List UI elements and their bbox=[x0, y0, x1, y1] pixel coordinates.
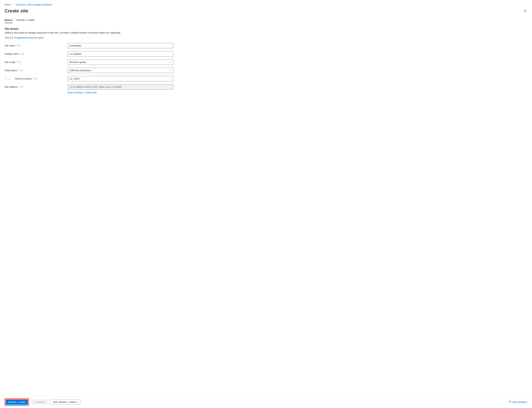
breadcrumb: Home Azure Arc | Site manager (preview) bbox=[5, 3, 527, 6]
site-address-field[interactable]: 13 W Jefferson Blvd St 200, Playa Vista,… bbox=[68, 84, 173, 90]
required-indicator: * bbox=[18, 85, 19, 88]
site-address-label: Site address bbox=[5, 85, 17, 88]
feedback-icon bbox=[508, 400, 511, 404]
required-indicator: * bbox=[18, 69, 19, 72]
previous-button: < Previous bbox=[31, 400, 48, 405]
info-icon[interactable] bbox=[18, 44, 20, 47]
highlight-box: Review + create bbox=[5, 399, 29, 406]
svg-point-11 bbox=[21, 86, 22, 87]
site-address-value: 13 W Jefferson Blvd St 200, Playa Vista,… bbox=[69, 85, 122, 88]
resource-group-value: LA_10001 bbox=[69, 77, 80, 80]
create-new-link[interactable]: Create new bbox=[85, 91, 97, 94]
site-scope-label: Site scope bbox=[5, 61, 15, 63]
required-indicator: * bbox=[16, 44, 17, 47]
chevron-down-icon bbox=[169, 69, 172, 72]
required-indicator: * bbox=[33, 77, 34, 80]
display-name-label: Display name bbox=[5, 52, 19, 55]
give-feedback-label: Give feedback bbox=[513, 401, 528, 403]
info-icon[interactable] bbox=[35, 77, 37, 80]
supported-resources-link[interactable]: View list of supported resources types bbox=[5, 36, 44, 39]
tab-review-create[interactable]: Review + create bbox=[17, 18, 35, 23]
info-icon[interactable] bbox=[18, 61, 21, 63]
subscription-label: Subscription bbox=[5, 69, 17, 72]
breadcrumb-site-manager[interactable]: Azure Arc | Site manager (preview) bbox=[16, 3, 52, 6]
select-existing-link[interactable]: Select existing bbox=[68, 91, 82, 94]
tab-basics[interactable]: Basics bbox=[5, 18, 13, 23]
chevron-right-icon bbox=[53, 3, 55, 6]
tabs: Basics Review + create bbox=[5, 18, 527, 23]
info-icon[interactable] bbox=[21, 53, 24, 55]
close-button[interactable] bbox=[523, 9, 527, 13]
info-icon[interactable] bbox=[20, 86, 23, 88]
section-title: Site details bbox=[5, 27, 527, 30]
site-name-input[interactable] bbox=[68, 43, 173, 48]
page-title: Create site bbox=[5, 8, 28, 14]
site-name-label: Site name bbox=[5, 44, 15, 47]
required-indicator: * bbox=[20, 52, 20, 55]
resource-group-select[interactable]: LA_10001 bbox=[68, 76, 173, 81]
subscription-value: California-Operations bbox=[69, 69, 91, 72]
indent-connector bbox=[6, 75, 11, 79]
svg-point-9 bbox=[36, 78, 36, 78]
breadcrumb-home[interactable]: Home bbox=[5, 3, 11, 6]
footer: Review + create < Previous Next: Review … bbox=[0, 396, 532, 408]
divider: | bbox=[83, 91, 84, 94]
review-create-button[interactable]: Review + create bbox=[6, 400, 28, 405]
site-scope-select[interactable]: Resource group bbox=[68, 60, 173, 65]
resource-group-label: Resource group bbox=[15, 77, 32, 80]
site-scope-value: Resource group bbox=[69, 61, 86, 63]
section-description: Define a site scope to manage resources … bbox=[5, 31, 527, 34]
svg-point-12 bbox=[509, 401, 510, 402]
next-button[interactable]: Next: Review + create > bbox=[50, 400, 80, 405]
give-feedback-link[interactable]: Give feedback bbox=[508, 400, 528, 404]
chevron-down-icon bbox=[169, 61, 172, 63]
close-icon bbox=[524, 10, 527, 13]
subscription-select[interactable]: California-Operations bbox=[68, 68, 173, 73]
required-indicator: * bbox=[16, 61, 17, 63]
info-icon[interactable] bbox=[20, 69, 23, 72]
chevron-down-icon bbox=[169, 77, 172, 80]
display-name-input[interactable] bbox=[68, 51, 173, 57]
chevron-right-icon bbox=[12, 3, 14, 6]
